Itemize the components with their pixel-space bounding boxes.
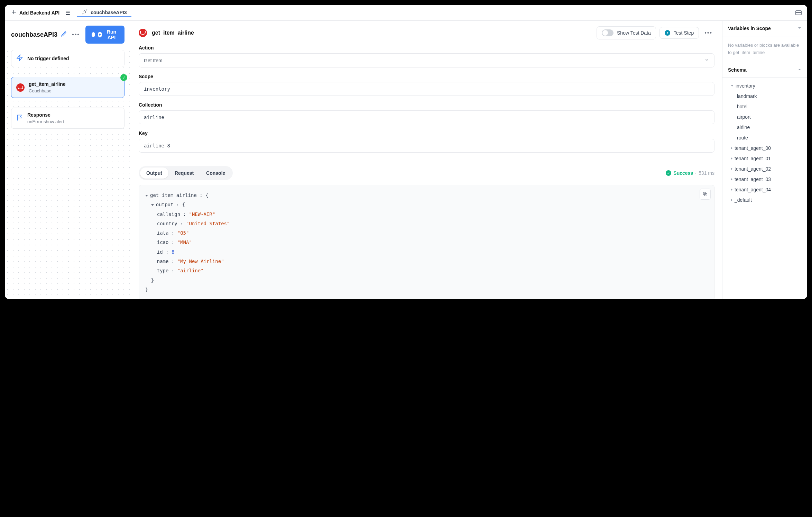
scope-field: Scope bbox=[131, 74, 722, 102]
json-output-key: output bbox=[156, 202, 174, 207]
more-options-button[interactable]: ••• bbox=[702, 30, 714, 36]
svg-marker-6 bbox=[798, 69, 801, 70]
status-area: ✓ Success · 531 ms bbox=[666, 170, 714, 176]
caret-closed-icon bbox=[731, 157, 732, 160]
tab-label: couchbaseAPI3 bbox=[91, 10, 127, 15]
step-detail-title: get_item_airline bbox=[152, 30, 194, 36]
tree-item-tenant-01[interactable]: tenant_agent_01 bbox=[725, 153, 804, 164]
plug-icon bbox=[82, 9, 88, 16]
bolt-icon bbox=[16, 54, 23, 63]
tree-item-landmark[interactable]: landmark bbox=[725, 91, 804, 101]
response-card[interactable]: Response onError show alert bbox=[11, 108, 124, 129]
more-options-button[interactable]: ••• bbox=[70, 30, 82, 39]
chevron-down-icon bbox=[704, 57, 709, 63]
tree-item-route[interactable]: route bbox=[725, 133, 804, 143]
show-test-data-toggle[interactable]: Show Test Data bbox=[597, 26, 656, 39]
tab-output[interactable]: Output bbox=[140, 167, 168, 179]
flag-icon bbox=[16, 114, 23, 123]
json-root-key: get_item_airline bbox=[150, 192, 197, 198]
tree-item-tenant-00[interactable]: tenant_agent_00 bbox=[725, 143, 804, 153]
right-column: Variables in Scope No variables or block… bbox=[722, 21, 807, 299]
collection-input[interactable] bbox=[139, 110, 714, 124]
tab-request[interactable]: Request bbox=[168, 167, 200, 179]
play-icon bbox=[665, 30, 670, 36]
tree-item-tenant-02[interactable]: tenant_agent_02 bbox=[725, 164, 804, 174]
schema-tree: inventory landmark hotel airport airline… bbox=[722, 78, 807, 208]
tree-item-tenant-03[interactable]: tenant_agent_03 bbox=[725, 174, 804, 184]
play-icon bbox=[98, 32, 102, 37]
tab-console[interactable]: Console bbox=[200, 167, 231, 179]
caret-closed-icon bbox=[731, 167, 732, 170]
json-iata: "Q5" bbox=[177, 230, 189, 236]
variables-title: Variables in Scope bbox=[728, 26, 771, 31]
tree-item-airline[interactable]: airline bbox=[725, 122, 804, 133]
top-bar-right bbox=[795, 10, 803, 15]
response-subtitle: onError show alert bbox=[27, 119, 64, 124]
run-api-button[interactable]: Run API bbox=[85, 26, 124, 44]
toggle-switch-icon bbox=[602, 29, 613, 36]
hamburger-icon[interactable] bbox=[64, 9, 71, 16]
schema-section-header[interactable]: Schema bbox=[722, 62, 807, 78]
chevron-down-icon bbox=[797, 67, 802, 73]
action-select[interactable]: Get Item bbox=[139, 53, 714, 67]
tree-label-inventory: inventory bbox=[736, 83, 755, 89]
result-tabs-row: Output Request Console ✓ Success · 531 m… bbox=[131, 166, 722, 180]
tree-item-airport[interactable]: airport bbox=[725, 112, 804, 122]
status-time-value: 531 ms bbox=[699, 170, 714, 176]
collection-label: Collection bbox=[139, 102, 714, 108]
variables-section-header[interactable]: Variables in Scope bbox=[722, 21, 807, 36]
main-area: couchbaseAPI3 ••• Run API No trigger def… bbox=[5, 21, 807, 299]
workflow-canvas: No trigger defined ✓ get_item_airline Co… bbox=[5, 48, 131, 299]
add-backend-api-button[interactable]: Add Backend API bbox=[9, 8, 62, 17]
app-container: Add Backend API couchbaseAPI3 couchbaseA… bbox=[5, 5, 807, 299]
center-column: get_item_airline Show Test Data Test Ste… bbox=[131, 21, 722, 299]
tree-item-inventory[interactable]: inventory bbox=[725, 81, 804, 91]
svg-marker-5 bbox=[798, 27, 801, 29]
trigger-card[interactable]: No trigger defined bbox=[11, 50, 124, 67]
caret-open-icon bbox=[731, 85, 733, 87]
json-icao: "MNA" bbox=[177, 239, 192, 245]
output-box: get_item_airline : { output : { callsign… bbox=[139, 185, 714, 299]
response-title: Response bbox=[27, 112, 64, 118]
schema-title: Schema bbox=[728, 67, 747, 73]
couchbase-icon bbox=[16, 83, 25, 92]
top-bar: Add Backend API couchbaseAPI3 bbox=[5, 5, 807, 21]
action-value: Get Item bbox=[144, 58, 163, 63]
json-country: "United States" bbox=[186, 221, 230, 226]
top-bar-left: Add Backend API couchbaseAPI3 bbox=[9, 8, 131, 17]
scope-input[interactable] bbox=[139, 82, 714, 96]
tab-couchbase-api[interactable]: couchbaseAPI3 bbox=[77, 9, 131, 17]
left-header: couchbaseAPI3 ••• Run API bbox=[5, 21, 131, 48]
show-test-data-label: Show Test Data bbox=[617, 30, 651, 36]
copy-button[interactable] bbox=[700, 189, 711, 200]
svg-marker-2 bbox=[17, 55, 22, 61]
scope-label: Scope bbox=[139, 74, 714, 79]
result-tabs: Output Request Console bbox=[139, 166, 233, 180]
tree-item-tenant-04[interactable]: tenant_agent_04 bbox=[725, 184, 804, 195]
variables-empty-text: No variables or blocks are available to … bbox=[722, 36, 807, 62]
json-callsign: "NEW-AIR" bbox=[189, 211, 215, 217]
panel-layout-icon[interactable] bbox=[795, 10, 802, 15]
status-time: · bbox=[695, 170, 696, 176]
center-header: get_item_airline Show Test Data Test Ste… bbox=[131, 21, 722, 45]
action-label: Action bbox=[139, 45, 714, 51]
json-id: 8 bbox=[172, 249, 174, 255]
chevron-down-icon bbox=[797, 26, 802, 31]
tree-item-default[interactable]: _default bbox=[725, 195, 804, 205]
json-name: "My New Airline" bbox=[177, 258, 224, 264]
couchbase-icon bbox=[139, 29, 147, 37]
run-api-label: Run API bbox=[105, 29, 118, 40]
action-field: Action Get Item bbox=[131, 45, 722, 74]
tree-item-hotel[interactable]: hotel bbox=[725, 101, 804, 112]
key-input[interactable] bbox=[139, 139, 714, 153]
step-title: get_item_airline bbox=[29, 81, 66, 87]
json-type: "airline" bbox=[177, 268, 204, 273]
test-step-button[interactable]: Test Step bbox=[659, 27, 699, 39]
caret-closed-icon bbox=[731, 178, 732, 181]
caret-closed-icon bbox=[731, 147, 732, 149]
pencil-icon[interactable] bbox=[61, 31, 66, 38]
collection-field: Collection bbox=[131, 102, 722, 130]
step-card-get-item-airline[interactable]: ✓ get_item_airline Couchbase bbox=[11, 77, 124, 98]
key-field: Key bbox=[131, 130, 722, 159]
success-check-icon: ✓ bbox=[666, 170, 671, 176]
